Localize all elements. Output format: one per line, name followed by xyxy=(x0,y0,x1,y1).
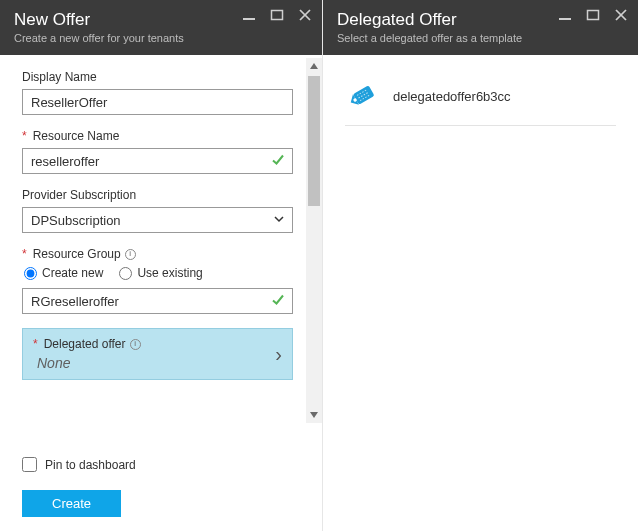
radio-create-new-input[interactable] xyxy=(24,267,37,280)
delegated-offer-window-controls xyxy=(558,8,628,22)
resource-group-label-text: Resource Group xyxy=(33,247,121,261)
form-scroll-area: Display Name * Resource Name Pr xyxy=(0,55,307,425)
vertical-scrollbar[interactable] xyxy=(306,58,322,423)
display-name-input[interactable] xyxy=(22,89,293,115)
chevron-right-icon: › xyxy=(275,343,282,366)
resource-name-field: * Resource Name xyxy=(22,129,293,174)
required-asterisk: * xyxy=(33,337,38,351)
provider-subscription-select[interactable]: DPSubscription xyxy=(22,207,293,233)
radio-use-existing[interactable]: Use existing xyxy=(119,266,202,280)
required-asterisk: * xyxy=(22,129,27,143)
delegated-offer-body: delegatedoffer6b3cc xyxy=(323,55,638,126)
display-name-field: Display Name xyxy=(22,70,293,115)
close-icon[interactable] xyxy=(298,8,312,22)
delegated-offer-item-label: delegatedoffer6b3cc xyxy=(393,89,511,104)
resource-group-input[interactable] xyxy=(22,288,293,314)
new-offer-subtitle: Create a new offer for your tenants xyxy=(14,32,308,44)
radio-use-existing-input[interactable] xyxy=(119,267,132,280)
delegated-offer-blade: Delegated Offer Select a delegated offer… xyxy=(323,0,638,531)
svg-rect-0 xyxy=(243,18,255,20)
new-offer-body: Display Name * Resource Name Pr xyxy=(0,55,322,531)
resource-name-label: * Resource Name xyxy=(22,129,293,143)
pin-label: Pin to dashboard xyxy=(45,458,136,472)
required-asterisk: * xyxy=(22,247,27,261)
scroll-up-icon[interactable] xyxy=(306,58,322,74)
delegated-offer-label: * Delegated offer i xyxy=(33,337,264,351)
delegated-offer-header: Delegated Offer Select a delegated offer… xyxy=(323,0,638,55)
resource-group-radios: Create new Use existing xyxy=(24,266,293,280)
resource-name-input[interactable] xyxy=(22,148,293,174)
new-offer-header: New Offer Create a new offer for your te… xyxy=(0,0,322,55)
maximize-icon[interactable] xyxy=(586,8,600,22)
minimize-icon[interactable] xyxy=(242,8,256,22)
display-name-label: Display Name xyxy=(22,70,293,84)
radio-create-new[interactable]: Create new xyxy=(24,266,103,280)
svg-marker-4 xyxy=(310,63,318,69)
info-icon[interactable]: i xyxy=(125,249,136,260)
radio-use-existing-label: Use existing xyxy=(137,266,202,280)
svg-rect-6 xyxy=(559,18,571,20)
new-offer-blade: New Offer Create a new offer for your te… xyxy=(0,0,323,531)
info-icon[interactable]: i xyxy=(130,339,141,350)
provider-subscription-field: Provider Subscription DPSubscription xyxy=(22,188,293,233)
scroll-down-icon[interactable] xyxy=(306,407,322,423)
new-offer-footer: Pin to dashboard Create xyxy=(0,457,306,531)
new-offer-window-controls xyxy=(242,8,312,22)
delegated-offer-label-text: Delegated offer xyxy=(44,337,126,351)
svg-rect-1 xyxy=(272,11,283,20)
maximize-icon[interactable] xyxy=(270,8,284,22)
delegated-offer-value: None xyxy=(37,355,264,371)
scroll-thumb[interactable] xyxy=(308,76,320,206)
delegated-offer-selector[interactable]: * Delegated offer i None › xyxy=(22,328,293,380)
resource-name-label-text: Resource Name xyxy=(33,129,120,143)
delegated-offer-subtitle: Select a delegated offer as a template xyxy=(337,32,624,44)
minimize-icon[interactable] xyxy=(558,8,572,22)
svg-rect-7 xyxy=(588,11,599,20)
radio-create-new-label: Create new xyxy=(42,266,103,280)
svg-marker-5 xyxy=(310,412,318,418)
resource-group-label: * Resource Group i xyxy=(22,247,293,261)
tag-icon xyxy=(345,81,379,111)
close-icon[interactable] xyxy=(614,8,628,22)
pin-to-dashboard[interactable]: Pin to dashboard xyxy=(22,457,284,472)
pin-checkbox[interactable] xyxy=(22,457,37,472)
delegated-offer-item[interactable]: delegatedoffer6b3cc xyxy=(345,75,616,126)
resource-group-field: * Resource Group i Create new Use existi… xyxy=(22,247,293,314)
create-button[interactable]: Create xyxy=(22,490,121,517)
provider-subscription-label: Provider Subscription xyxy=(22,188,293,202)
